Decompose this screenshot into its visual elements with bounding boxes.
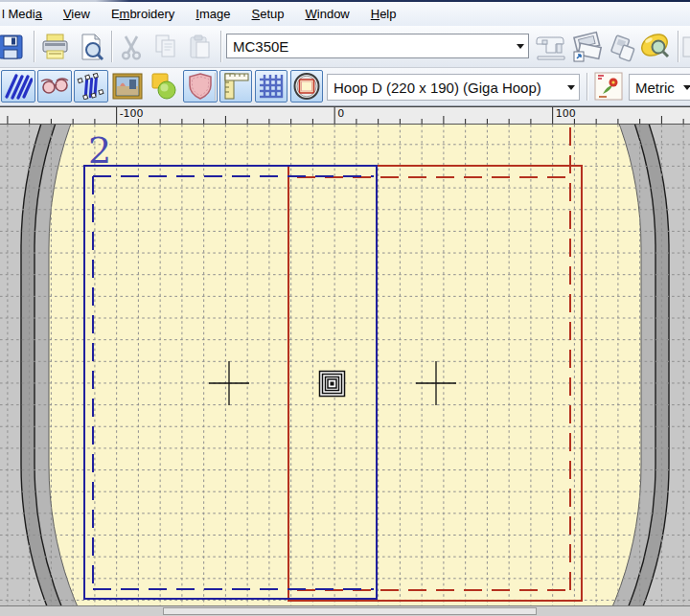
hoop-toggle-button[interactable]: [290, 70, 323, 103]
menu-item-media[interactable]: l Media: [0, 3, 53, 25]
svg-text:-100: -100: [120, 107, 144, 120]
units-select-arrow[interactable]: [678, 75, 690, 100]
stitch-view-button[interactable]: [1, 70, 35, 103]
machine-transfer-icon: [570, 31, 607, 63]
design-canvas[interactable]: 2: [0, 125, 690, 605]
print-icon: [39, 32, 70, 62]
standard-toolbar: MC350E: [0, 26, 690, 68]
print-preview-button[interactable]: [75, 30, 107, 64]
hoop-select[interactable]: Hoop D (220 x 190) (Giga Hoop): [327, 74, 580, 101]
sewing-machine-button[interactable]: [533, 30, 569, 64]
chevron-down-icon: [517, 44, 524, 53]
clipped-icon: [681, 33, 690, 61]
applique-icon: [186, 72, 215, 101]
application-window: l MediaViewEmbroideryImageSetupWindowHel…: [0, 0, 690, 616]
artwork-icon: [593, 71, 624, 102]
menu-item-image[interactable]: Image: [185, 3, 241, 25]
realistic-view-button[interactable]: [37, 70, 72, 103]
svg-text:0: 0: [337, 107, 344, 120]
grid-toggle-icon: [258, 73, 285, 100]
toolbar-separator: [220, 31, 221, 62]
toolbar-separator: [34, 31, 34, 62]
stitch-edit-button[interactable]: [74, 70, 108, 103]
ruler-toggle-button[interactable]: [219, 70, 252, 103]
machine-select-arrow[interactable]: [512, 34, 528, 57]
realistic-view-icon: [39, 74, 70, 99]
paste-button[interactable]: [184, 30, 217, 64]
shapes-icon: [149, 72, 179, 101]
hoop-select-arrow[interactable]: [563, 75, 579, 100]
machine-select[interactable]: MC350E: [226, 34, 529, 58]
shapes-button[interactable]: [147, 70, 181, 103]
menu-item-help[interactable]: Help: [360, 3, 407, 25]
menu-bar: l MediaViewEmbroideryImageSetupWindowHel…: [0, 2, 690, 26]
chevron-down-icon: [567, 85, 575, 94]
print-button[interactable]: [38, 30, 71, 64]
save-button[interactable]: [0, 30, 27, 64]
design-finder-icon: [638, 31, 675, 63]
paste-icon: [186, 33, 215, 61]
toolbar-separator: [111, 31, 112, 62]
svg-text:100: 100: [556, 107, 576, 120]
horizontal-ruler: -1000100: [0, 106, 690, 125]
ruler-toggle-icon: [222, 72, 249, 101]
menu-item-window[interactable]: Window: [295, 3, 360, 25]
hoop-toggle-icon: [292, 72, 321, 101]
menu-item-view[interactable]: View: [53, 3, 101, 25]
clipped-toolbar-button[interactable]: [681, 30, 690, 64]
design-finder-button[interactable]: [638, 30, 675, 64]
machine-transfer-button[interactable]: [569, 30, 608, 64]
toolbar-separator: [215, 73, 216, 101]
toolbar-separator: [586, 73, 587, 101]
stitch-edit-icon: [77, 73, 105, 100]
menu-item-embroidery[interactable]: Embroidery: [101, 3, 185, 25]
toolbar-separator: [678, 31, 678, 62]
hoop-select-value: Hoop D (220 x 190) (Giga Hoop): [328, 80, 563, 96]
units-select[interactable]: Metric: [629, 74, 690, 101]
grid-toggle-button[interactable]: [255, 70, 288, 103]
applique-button[interactable]: [183, 70, 218, 103]
print-preview-icon: [76, 32, 106, 62]
artwork-button[interactable]: [591, 70, 626, 103]
stitch-view-icon: [4, 73, 33, 100]
picture-view-button[interactable]: [110, 70, 145, 103]
chevron-down-icon: [683, 85, 690, 94]
card-reader-icon: [609, 32, 639, 62]
picture-view-icon: [112, 73, 143, 100]
card-reader-button[interactable]: [608, 30, 640, 64]
view-toolbar: Hoop D (220 x 190) (Giga Hoop) Metric: [0, 68, 690, 106]
copy-icon: [151, 33, 180, 61]
horizontal-scrollbar[interactable]: [0, 605, 690, 616]
machine-select-value: MC350E: [227, 38, 512, 55]
sewing-machine-icon: [534, 32, 568, 62]
scrollbar-thumb[interactable]: [163, 607, 537, 615]
copy-button[interactable]: [150, 30, 182, 64]
cut-button[interactable]: [115, 30, 148, 64]
save-icon: [0, 33, 25, 61]
cut-icon: [117, 33, 146, 61]
menu-item-setup[interactable]: Setup: [242, 3, 295, 25]
units-select-value: Metric: [630, 80, 678, 96]
